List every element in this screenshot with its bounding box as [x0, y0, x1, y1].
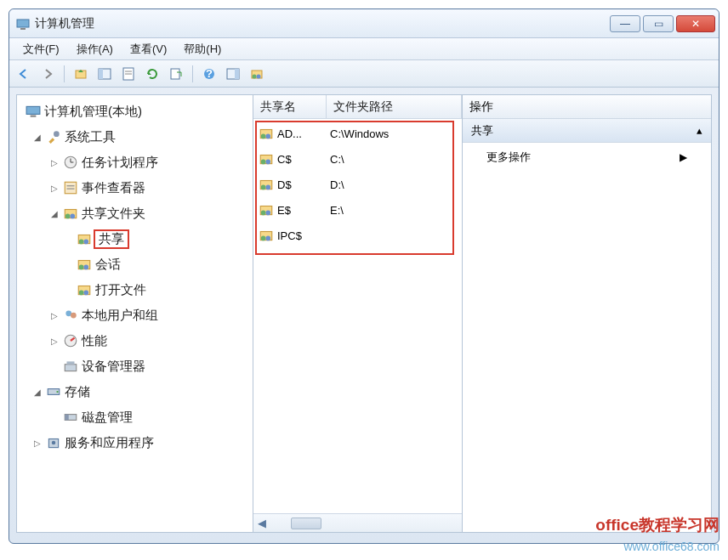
scroll-thumb[interactable] — [291, 518, 321, 529]
menu-action[interactable]: 操作(A) — [68, 39, 122, 59]
window-title: 计算机管理 — [35, 16, 610, 31]
export-button[interactable] — [165, 64, 187, 84]
tree-label: 本地用户和组 — [82, 308, 158, 324]
svg-rect-41 — [67, 361, 75, 364]
new-share-button[interactable] — [246, 64, 268, 84]
properties-button[interactable] — [117, 64, 139, 84]
svg-rect-8 — [171, 69, 179, 79]
tree-performance[interactable]: ▷ 性能 — [17, 328, 253, 354]
svg-point-43 — [56, 391, 58, 393]
tree-sessions[interactable]: 会话 — [17, 252, 253, 277]
refresh-button[interactable] — [141, 64, 163, 84]
list-row[interactable]: D$ D:\ — [255, 172, 460, 197]
tree-services[interactable]: ▷ 服务和应用程序 — [17, 430, 253, 455]
tree-label: 性能 — [82, 333, 107, 349]
collapse-icon[interactable]: ◢ — [32, 133, 43, 142]
tools-icon — [46, 129, 61, 144]
collapse-up-icon: ▴ — [697, 124, 702, 137]
menu-help[interactable]: 帮助(H) — [175, 39, 230, 59]
share-path: C:\Windows — [330, 127, 389, 140]
tree-device-manager[interactable]: 设备管理器 — [17, 354, 253, 379]
svg-point-32 — [79, 265, 84, 270]
action-pane-button[interactable] — [222, 64, 244, 84]
svg-rect-45 — [65, 415, 69, 421]
actions-more[interactable]: 更多操作 ▶ — [463, 143, 711, 172]
tree-label: 计算机管理(本地) — [44, 104, 142, 120]
svg-point-29 — [79, 240, 84, 245]
svg-rect-40 — [65, 365, 77, 371]
collapse-icon[interactable]: ◢ — [49, 209, 60, 218]
menu-file[interactable]: 文件(F) — [14, 39, 68, 59]
close-button[interactable]: ✕ — [676, 15, 715, 32]
svg-point-52 — [261, 160, 266, 165]
tree-event-viewer[interactable]: ▷ 事件查看器 — [17, 175, 253, 201]
list-row[interactable]: AD... C:\Windows — [255, 121, 460, 146]
column-folder-path[interactable]: 文件夹路径 — [327, 95, 462, 118]
share-name: IPC$ — [277, 229, 302, 242]
collapse-icon[interactable]: ◢ — [32, 387, 43, 397]
session-folder-icon — [77, 257, 92, 272]
users-icon — [63, 308, 78, 323]
expand-icon[interactable]: ▷ — [49, 311, 60, 320]
svg-point-30 — [83, 240, 88, 245]
tree-open-files[interactable]: 打开文件 — [17, 277, 253, 303]
share-name: D$ — [277, 178, 292, 191]
actions-section-label: 共享 — [471, 123, 493, 139]
window-controls: — ▭ ✕ — [610, 15, 715, 32]
tree-system-tools[interactable]: ◢ 系统工具 — [17, 124, 253, 150]
back-button[interactable] — [13, 64, 35, 84]
svg-point-50 — [265, 134, 270, 139]
actions-header: 操作 — [463, 95, 711, 119]
horizontal-scrollbar[interactable]: ◀ — [253, 513, 462, 532]
expand-icon[interactable]: ▷ — [49, 158, 60, 167]
forward-button[interactable] — [37, 64, 59, 84]
show-hide-tree-button[interactable] — [94, 64, 116, 84]
svg-point-56 — [265, 185, 270, 190]
tree-disk-management[interactable]: 磁盘管理 — [17, 404, 253, 430]
menu-view[interactable]: 查看(V) — [122, 39, 175, 59]
column-share-name[interactable]: 共享名 — [253, 95, 327, 118]
tree-label: 设备管理器 — [82, 359, 145, 375]
up-button[interactable] — [70, 64, 92, 84]
toolbar: ? — [9, 60, 719, 88]
svg-rect-0 — [17, 20, 29, 27]
tree-label: 磁盘管理 — [82, 410, 133, 426]
tree-storage[interactable]: ◢ 存储 — [17, 379, 253, 404]
tree-label: 会话 — [95, 257, 121, 273]
svg-rect-4 — [99, 69, 103, 79]
svg-point-27 — [70, 214, 75, 219]
performance-icon — [63, 333, 78, 348]
svg-point-55 — [261, 185, 266, 190]
device-icon — [63, 359, 78, 374]
share-name: E$ — [277, 204, 291, 217]
expand-icon[interactable]: ▷ — [49, 337, 60, 346]
scroll-left-icon[interactable]: ◀ — [253, 517, 270, 529]
tree-task-scheduler[interactable]: ▷ 任务计划程序 — [17, 150, 253, 175]
svg-point-62 — [265, 236, 270, 241]
window-frame: 计算机管理 — ▭ ✕ 文件(F) 操作(A) 查看(V) 帮助(H) ? 计算… — [9, 8, 719, 544]
expand-icon[interactable]: ▷ — [49, 184, 60, 193]
svg-point-58 — [261, 211, 266, 216]
help-button[interactable]: ? — [198, 64, 220, 84]
list-row[interactable]: E$ E:\ — [255, 197, 460, 223]
tree-label: 系统工具 — [65, 129, 116, 145]
svg-point-35 — [79, 291, 84, 296]
tree-shares[interactable]: 共享 — [17, 226, 253, 252]
tree-label-selected: 共享 — [94, 229, 129, 249]
app-icon — [16, 17, 30, 31]
tree-pane[interactable]: 计算机管理(本地) ◢ 系统工具 ▷ 任务计划程序 ▷ 事件查看器 ◢ 共享文件… — [17, 95, 253, 532]
svg-point-14 — [253, 74, 257, 78]
minimize-button[interactable]: — — [610, 15, 640, 32]
clock-icon — [63, 155, 78, 170]
actions-section[interactable]: 共享 ▴ — [463, 119, 711, 143]
list-body[interactable]: AD... C:\Windows C$ C:\ D$ D:\ E$ E:\ IP… — [253, 119, 462, 513]
list-row[interactable]: C$ C:\ — [255, 146, 460, 172]
tree-shared-folders[interactable]: ◢ 共享文件夹 — [17, 201, 253, 226]
tree-root[interactable]: 计算机管理(本地) — [17, 99, 253, 124]
maximize-button[interactable]: ▭ — [643, 15, 674, 32]
list-row[interactable]: IPC$ — [255, 223, 460, 248]
share-path: D:\ — [330, 178, 344, 191]
toolbar-separator — [192, 65, 193, 82]
tree-local-users[interactable]: ▷ 本地用户和组 — [17, 303, 253, 328]
expand-icon[interactable]: ▷ — [32, 438, 43, 448]
